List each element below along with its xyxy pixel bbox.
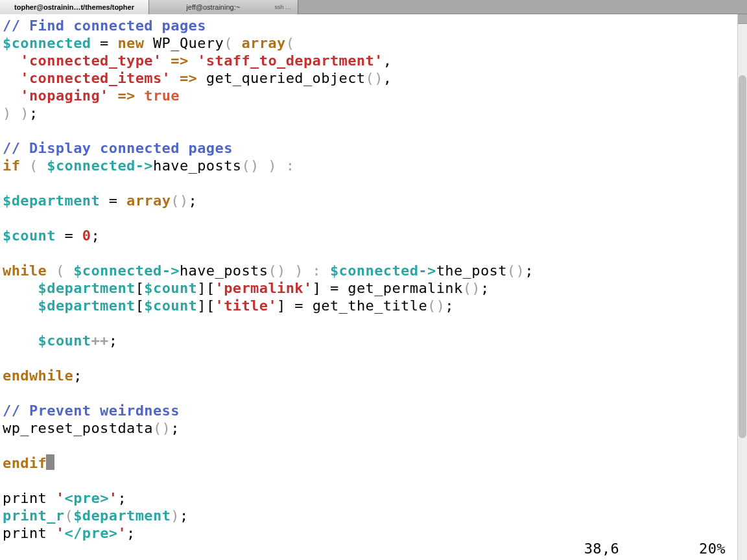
code-var: $connected: [3, 35, 91, 51]
code-editor[interactable]: // Find connected pages $connected = new…: [0, 14, 737, 560]
tab-1[interactable]: topher@ostrainin…t/themes/topher: [0, 0, 149, 14]
status-bar: 38,6 20%: [584, 540, 726, 557]
tab-2[interactable]: jeff@ostraining:~ ssh …: [149, 0, 298, 14]
tab-bar: topher@ostrainin…t/themes/topher jeff@os…: [0, 0, 747, 14]
scroll-percent: 20%: [699, 541, 726, 557]
scrollbar[interactable]: [737, 14, 747, 560]
code-comment: // Find connected pages: [3, 18, 206, 34]
tab-2-label: jeff@ostraining:~: [156, 0, 270, 14]
tab-2-ssh: ssh …: [274, 0, 291, 14]
cursor: [46, 454, 54, 470]
tab-1-label: topher@ostrainin…t/themes/topher: [6, 0, 142, 14]
editor-wrap: // Find connected pages $connected = new…: [0, 14, 747, 560]
scrollbar-thumb[interactable]: [739, 75, 746, 438]
scroll-top-icon[interactable]: [738, 14, 747, 24]
cursor-position: 38,6: [584, 541, 620, 557]
